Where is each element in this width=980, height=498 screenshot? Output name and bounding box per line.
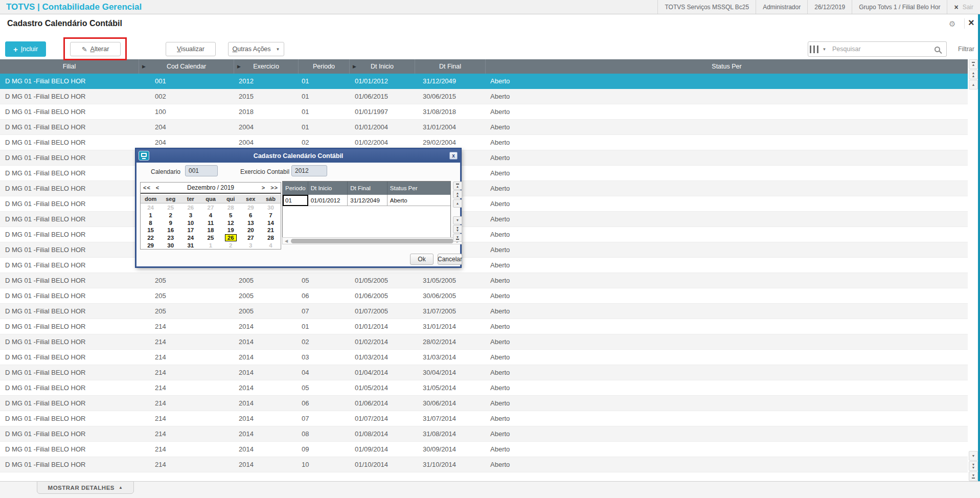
prev-year-button[interactable]: << [141, 185, 153, 191]
visualizar-button[interactable]: Visualizar [166, 42, 216, 56]
filtrar-link[interactable]: Filtrar [958, 46, 974, 53]
calendar-day[interactable]: 17 [180, 227, 200, 234]
exercicio-field[interactable] [291, 165, 327, 176]
modal-titlebar[interactable]: Cadastro Calendário Contábil x [136, 149, 460, 163]
ok-button[interactable]: Ok [410, 254, 434, 265]
calendar-day[interactable]: 10 [180, 219, 200, 227]
period-column-header-status-per[interactable]: Status Per [388, 182, 450, 195]
calendar-day-selected[interactable]: 26 [221, 234, 241, 242]
outras-acoes-button[interactable]: Outras Ações ▼ [228, 42, 284, 56]
table-row[interactable]: D MG 01 -Filial BELO HOR20420040101/01/2… [0, 120, 968, 135]
table-row[interactable]: D MG 01 -Filial BELO HOR21420140101/01/2… [0, 319, 968, 334]
calendar-day[interactable]: 29 [141, 241, 161, 249]
calendar-day[interactable]: 9 [161, 219, 180, 227]
calendar-day[interactable]: 25 [200, 234, 220, 242]
scroll-bottom-button[interactable]: ▼ [453, 234, 462, 242]
column-header-cod-calendar[interactable]: ▶Cod Calendar [139, 59, 234, 74]
calendar-day[interactable]: 26 [180, 204, 200, 212]
calendar-day[interactable]: 8 [141, 219, 161, 227]
scroll-dbl-up-button[interactable]: ▲ ▲ [969, 70, 978, 79]
calendar-day[interactable]: 29 [241, 204, 261, 212]
column-config-button[interactable]: ▼ [808, 41, 828, 57]
table-row[interactable]: D MG 01 -Filial BELO HOR10020180101/01/1… [0, 104, 968, 120]
calendar-day[interactable]: 13 [241, 219, 261, 227]
calendar-day[interactable]: 28 [261, 234, 281, 242]
table-row[interactable]: D MG 01 -Filial BELO HOR21420140401/04/2… [0, 365, 968, 380]
search-input[interactable] [828, 46, 935, 53]
calendar-day[interactable]: 30 [161, 241, 180, 249]
column-header-filial[interactable]: Filial [0, 59, 139, 74]
scroll-top-button[interactable]: ▲ [453, 182, 462, 190]
table-row[interactable]: D MG 01 -Filial BELO HOR21420140201/02/2… [0, 334, 968, 350]
calendar-day[interactable]: 25 [161, 204, 180, 212]
calendar-day[interactable]: 3 [180, 212, 200, 219]
scroll-left-icon[interactable]: ◀ [283, 239, 290, 243]
calendar-day[interactable]: 12 [221, 219, 241, 227]
next-month-button[interactable]: > [259, 185, 268, 191]
table-row[interactable]: D MG 01 -Filial BELO HOR21420140701/07/2… [0, 411, 968, 426]
calendar-day[interactable]: 3 [241, 241, 261, 249]
scroll-down-button[interactable]: ▼ [453, 216, 462, 224]
cancelar-button[interactable]: Cancelar [438, 254, 462, 265]
table-row[interactable]: D MG 01 -Filial BELO HOR00220150101/06/2… [0, 89, 968, 104]
calendar-day[interactable]: 1 [200, 241, 220, 249]
column-header-status-per[interactable]: Status Per [486, 59, 968, 74]
date-label[interactable]: 26/12/2019 [807, 0, 852, 14]
calendar-day[interactable]: 5 [221, 212, 241, 219]
calendar-day[interactable]: 11 [200, 219, 220, 227]
calendar-day[interactable]: 18 [200, 227, 220, 234]
mostrar-detalhes-button[interactable]: MOSTRAR DETALHES ▲ [37, 481, 134, 494]
calendar-day[interactable]: 22 [141, 234, 161, 242]
page-close-icon[interactable]: × [968, 17, 974, 29]
calendar-day[interactable]: 1 [141, 212, 161, 219]
user-label[interactable]: Administrador [756, 0, 807, 14]
gear-icon[interactable]: ⚙ [949, 19, 955, 29]
calendar-day[interactable]: 20 [241, 227, 261, 234]
column-header-periodo[interactable]: Periodo [299, 59, 350, 74]
calendar-day[interactable]: 27 [200, 204, 220, 212]
period-row[interactable]: 0101/01/201231/12/2049Aberto [283, 195, 450, 206]
column-header-dt-final[interactable]: Dt Final [415, 59, 486, 74]
scroll-dbl-down-button[interactable]: ▼ ▼ [453, 225, 462, 233]
calendar-day[interactable]: 2 [221, 241, 241, 249]
table-row[interactable]: D MG 01 -Filial BELO HOR21420140301/03/2… [0, 350, 968, 365]
scroll-top-button[interactable]: ▲ [969, 59, 978, 69]
alterar-button[interactable]: ✎ Alterar [70, 42, 121, 56]
table-row[interactable]: D MG 01 -Filial BELO HOR20520050501/05/2… [0, 273, 968, 288]
calendar-day[interactable]: 30 [261, 204, 281, 212]
calendar-day[interactable]: 16 [161, 227, 180, 234]
period-column-header-periodo[interactable]: Periodo [283, 182, 308, 195]
calendario-field[interactable] [185, 165, 218, 176]
calendar-day[interactable]: 24 [180, 234, 200, 242]
calendar-day[interactable]: 4 [200, 212, 220, 219]
calendar-day[interactable]: 27 [241, 234, 261, 242]
column-header-dt-inicio[interactable]: ▶Dt Inicio [350, 59, 415, 74]
calendar-day[interactable]: 21 [261, 227, 281, 234]
period-column-header-dt-final[interactable]: Dt Final [348, 182, 388, 195]
period-column-header-dt-inicio[interactable]: Dt Inicio [308, 182, 348, 195]
calendar-day[interactable]: 15 [141, 227, 161, 234]
table-row[interactable]: D MG 01 -Filial BELO HOR21420140601/06/2… [0, 396, 968, 411]
column-header-exercicio[interactable]: ▶Exercicio [234, 59, 299, 74]
group-branch-label[interactable]: Grupo Totvs 1 / Filial Belo Hor [852, 0, 947, 14]
incluir-button[interactable]: + Incluir [5, 41, 46, 57]
calendar-day[interactable]: 2 [161, 212, 180, 219]
table-row[interactable]: D MG 01 -Filial BELO HOR21420141001/10/2… [0, 457, 968, 472]
calendar-day[interactable]: 23 [161, 234, 180, 242]
search-icon[interactable] [935, 47, 940, 52]
table-row[interactable]: D MG 01 -Filial BELO HOR21420140801/08/2… [0, 426, 968, 442]
modal-close-icon[interactable]: x [449, 152, 458, 160]
scroll-bottom-button[interactable]: ▼ [969, 471, 978, 481]
logout-button[interactable]: × Sair [947, 0, 980, 14]
scroll-dbl-up-button[interactable]: ▲ ▲ [453, 190, 462, 198]
calendar-day[interactable]: 31 [180, 241, 200, 249]
table-row[interactable]: D MG 01 -Filial BELO HOR20520050601/06/2… [0, 288, 968, 304]
calendar-day[interactable]: 7 [261, 212, 281, 219]
scroll-up-button[interactable]: ▲ [969, 80, 978, 89]
scroll-dbl-down-button[interactable]: ▼ ▼ [969, 461, 978, 471]
scroll-down-button[interactable]: ▼ [969, 451, 978, 461]
calendar-day[interactable]: 6 [241, 212, 261, 219]
calendar-day[interactable]: 24 [141, 204, 161, 212]
table-row[interactable]: D MG 01 -Filial BELO HOR20520050701/07/2… [0, 304, 968, 319]
calendar-day[interactable]: 28 [221, 204, 241, 212]
